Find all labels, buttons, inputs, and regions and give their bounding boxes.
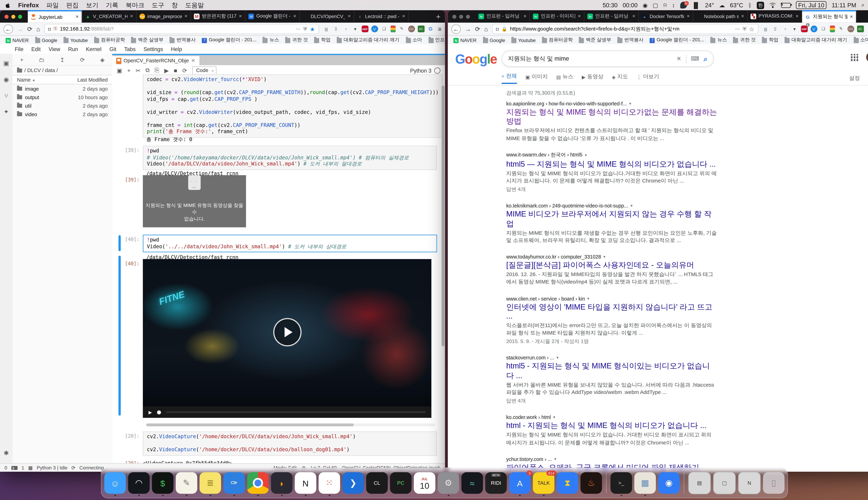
dock-item-fire-portal[interactable]: ♨ <box>581 472 602 494</box>
search-tab-이미지[interactable]: ▣이미지 <box>525 72 548 84</box>
cpu-temp[interactable]: 63°C <box>730 2 743 9</box>
bell-icon[interactable]: ⍾ <box>663 2 667 9</box>
dock-item-terminal[interactable]: >_ <box>610 472 632 494</box>
record-icon[interactable]: ◉ <box>643 2 648 8</box>
search-tab-뉴스[interactable]: ▤뉴스 <box>556 72 573 84</box>
window-controls[interactable] <box>4 14 22 19</box>
file-browser-icon[interactable]: ▣ <box>3 59 9 67</box>
page-actions-icon[interactable]: ⋯ <box>296 26 301 32</box>
dock-item-feather-blue[interactable]: ❯ <box>342 472 364 494</box>
google-apps-icon[interactable] <box>851 54 858 61</box>
forward-button[interactable]: → <box>17 25 23 32</box>
google-logo[interactable]: Google <box>455 52 497 67</box>
active-app-name[interactable]: Firefox <box>18 2 39 9</box>
bookmark-item[interactable]: Youtube <box>64 37 88 43</box>
keyboard-icon[interactable]: ⌨ <box>691 56 699 62</box>
dock-item-kakaotalk[interactable]: TALK614 <box>533 472 554 494</box>
result-title[interactable]: html - 지원되는 형식 및 MIME 형식의 비디오가 없습니다 ... <box>506 421 717 431</box>
video-controls[interactable]: ▶ <box>143 407 431 418</box>
co-extension-icon[interactable]: CO <box>408 25 415 32</box>
code-input[interactable]: !pwdVideo('../../data/video/John_Wick_sm… <box>143 235 437 252</box>
home-button[interactable]: ⌂ <box>36 25 40 32</box>
caret-down-icon[interactable]: ▼ <box>584 154 587 157</box>
google-extension-icon[interactable]: G <box>427 25 434 32</box>
browser-tab[interactable]: DLCV/OpenCV_Fas✕ <box>300 10 354 23</box>
color-extension-icon[interactable] <box>390 25 395 32</box>
url-text[interactable]: https://www.google.com/search?client=fir… <box>510 25 732 33</box>
code-cell[interactable]: [20]: cv2.VideoCapture('/home/docker/DLC… <box>112 431 437 456</box>
minimize-window-button[interactable] <box>459 14 463 19</box>
paste-cell-button[interactable]: ⎘ <box>155 67 159 73</box>
jupyterlab-menu-item[interactable]: Edit <box>32 46 41 52</box>
tab-close-icon[interactable]: ✕ <box>850 15 853 19</box>
browser-tab[interactable]: Notebook path set✕ <box>693 10 747 23</box>
browser-tab[interactable]: ◒Docker Tensorflow✕ <box>639 10 693 23</box>
dock-item-finder[interactable]: ☺ <box>104 472 126 494</box>
file-row[interactable]: image2 days ago <box>12 84 112 93</box>
menu-time[interactable]: 11:11 PM <box>832 2 856 9</box>
menu-item[interactable]: 편집 <box>66 1 79 8</box>
bookmark-item[interactable]: Google <box>35 37 57 43</box>
bookmark-item[interactable]: 소마 <box>406 37 422 44</box>
git-icon[interactable]: ⑂ <box>4 92 8 99</box>
ac-extension-icon[interactable]: AC <box>857 25 864 32</box>
tab-close-icon[interactable]: ✕ <box>184 14 188 19</box>
adblock-plus-icon[interactable]: ABP1 <box>801 25 808 32</box>
bookmark-item[interactable]: 대화알고리즘 대가리 깨기 <box>337 37 399 44</box>
url-text[interactable]: 192.168.1.92:8888/lab? <box>60 26 293 32</box>
frame-icon[interactable]: ▢ <box>653 2 658 8</box>
refresh-icon[interactable]: ⟳ <box>71 465 75 471</box>
dock-item-system-preferences[interactable]: ⚙ <box>438 472 459 494</box>
window-controls[interactable] <box>453 14 470 19</box>
running-sessions-icon[interactable]: ◉ <box>3 76 9 83</box>
bookmark-item[interactable]: 7Google 캘린더 - 201... <box>650 37 704 44</box>
bookmark-item[interactable]: 인프런 공부 <box>428 37 445 44</box>
menu-item[interactable]: 북마크 <box>126 1 145 8</box>
bookmark-item[interactable]: 백준 살생부 <box>579 37 611 44</box>
battery-icon[interactable]: ϟ <box>781 3 791 8</box>
bookmark-star-icon[interactable]: ★ <box>310 26 315 32</box>
new-folder-icon[interactable]: 🗀 <box>39 56 45 63</box>
jupyterlab-menu-item[interactable]: Git <box>110 46 116 52</box>
naver-chat-icon[interactable]: N <box>680 2 687 9</box>
dock-item-orca[interactable]: ◠ <box>128 472 150 494</box>
result-url[interactable]: stackoverrun.com › ...▼ <box>506 355 717 361</box>
vertical-scrollbar[interactable] <box>442 86 444 346</box>
caret-down-icon[interactable]: ▼ <box>556 356 559 360</box>
note-extension-icon[interactable]: ✎ <box>398 25 405 32</box>
menu-item[interactable]: 창 <box>172 1 178 8</box>
close-tab-icon[interactable]: ✕ <box>191 58 195 64</box>
dock-item-clion[interactable]: CL <box>366 472 388 494</box>
bookmark-item[interactable]: 귀한 것 <box>285 37 308 44</box>
browser-tab[interactable]: in인프런 - 딥러닝 컴퓨✕ <box>584 10 639 23</box>
dock-item-calendar[interactable]: JUL10 <box>414 472 435 494</box>
search-tool-설정[interactable]: 설정 <box>849 75 860 82</box>
menu-item[interactable]: 기록 <box>106 1 118 8</box>
weather-temp[interactable]: 24° <box>705 2 714 9</box>
browser-tab[interactable]: in인프런 - 딥러닝 컴퓨✕ <box>476 10 530 23</box>
caret-down-icon[interactable]: ▼ <box>628 102 632 105</box>
tab-close-icon[interactable]: ✕ <box>632 14 635 19</box>
result-url[interactable]: www.it-swarm.dev › 한국어 › html5▼ <box>506 152 717 159</box>
caret-down-icon[interactable]: ▼ <box>586 297 590 300</box>
reload-button[interactable]: ⟳ <box>475 25 480 33</box>
menu-item[interactable]: 도구 <box>152 1 164 8</box>
vimium-icon[interactable]: V <box>810 25 817 32</box>
color-extension-icon[interactable] <box>830 25 835 32</box>
dock-item-textedit[interactable]: ✎ <box>176 472 197 494</box>
jupyterlab-menu-item[interactable]: Kernel <box>86 46 102 52</box>
commands-icon[interactable]: ✦ <box>4 108 9 116</box>
clear-icon[interactable]: ✕ <box>676 56 681 62</box>
account-avatar[interactable]: A <box>866 52 868 62</box>
dock-item-ridi[interactable]: RIDIBETA <box>485 472 507 494</box>
bookmark-item[interactable]: NNAVER <box>454 37 477 43</box>
sidebar-toggle-icon[interactable]: ▯ <box>332 25 339 32</box>
bookmark-item[interactable]: 컴퓨터공학 <box>94 37 125 44</box>
co-extension-icon[interactable]: CO <box>847 25 854 32</box>
back-button[interactable]: ← <box>3 24 13 34</box>
result-title[interactable]: 지원되는 형식 및 MIME 형식의 비디오가없는 문제를 해결하는 방법 <box>506 107 717 126</box>
bookmark-item[interactable]: 귀한 것 <box>733 37 756 44</box>
file-row[interactable]: video2 days ago <box>12 110 112 118</box>
search-tab-전체[interactable]: ⌕전체 <box>502 72 517 84</box>
file-row[interactable]: util2 days ago <box>12 101 112 110</box>
